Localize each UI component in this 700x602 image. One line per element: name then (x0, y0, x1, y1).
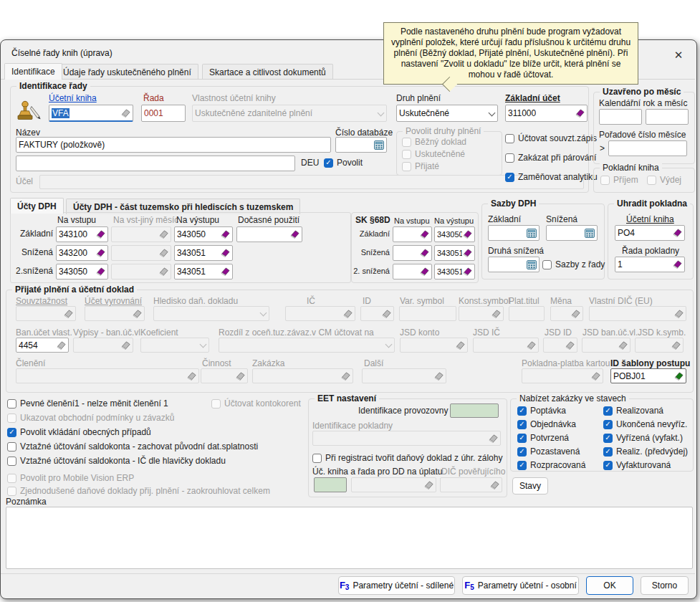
zamenovat-analytiku-checkbox[interactable]: Zaměňovat analytiku (505, 172, 598, 182)
eet-registrace-checkbox[interactable]: Při registraci tvořit daňový doklad z úh… (312, 453, 502, 463)
nazev2-field[interactable] (16, 156, 295, 171)
stav-rozpracovana-checkbox[interactable]: Rozpracovaná (517, 460, 585, 470)
book-picker-icon[interactable] (56, 341, 66, 350)
book-picker-icon[interactable] (419, 267, 429, 276)
book-picker-icon[interactable] (95, 267, 105, 276)
provozovna-field[interactable] (450, 403, 499, 418)
vydej-checkbox: Výdej (647, 175, 681, 185)
book-picker-icon[interactable] (419, 230, 429, 239)
book-picker-icon[interactable] (419, 249, 429, 257)
book-picker-icon[interactable] (220, 230, 230, 239)
stav-poptavka-checkbox[interactable]: Poptávka (517, 406, 566, 416)
book-picker-icon[interactable] (95, 230, 105, 239)
rada-field[interactable]: 0001 (141, 105, 186, 122)
parametry-sdilene-button[interactable]: F3 Parametry účetní - sdílené (338, 576, 455, 595)
book-picker-icon[interactable] (289, 230, 299, 239)
obecne-pripady-checkbox[interactable]: Povolit vkládání obecných případů (7, 427, 151, 437)
ok-button[interactable]: OK (586, 576, 633, 595)
id-label: ID (363, 297, 371, 306)
tab-ucty-dph[interactable]: Účty DPH (10, 198, 64, 214)
stav-vyrizena-checkbox[interactable]: Vyřízená (vyfakt.) (603, 433, 683, 443)
druh-plneni-dropdown[interactable]: Uskutečněné (396, 105, 498, 122)
dph-vstup-field[interactable]: 343050 (56, 264, 108, 280)
stavy-button[interactable]: Stavy (512, 477, 548, 494)
stav-ukoncena-checkbox[interactable]: Ukončená nevyříz. (603, 419, 687, 429)
ucetni-kniha-link[interactable]: Účetní kniha (49, 94, 97, 103)
eet-kniha-field[interactable] (314, 477, 347, 492)
sk-vstup-field[interactable] (393, 226, 432, 242)
stav-realizovana-checkbox[interactable]: Realizovaná (603, 406, 663, 416)
tab-skartace[interactable]: Skartace a citlivost dokumentů (202, 64, 333, 80)
chevron-down-icon (260, 310, 267, 317)
calculator-icon[interactable] (527, 260, 537, 269)
zakladni-ucet-field[interactable]: 311000 (505, 105, 588, 122)
stav-realiz-predvydej-checkbox[interactable]: Realiz. (předvýdej) (603, 446, 688, 457)
id-sablony-field[interactable]: POBJ01 (610, 368, 686, 383)
mena-label: Měna (550, 297, 572, 306)
sk-vstup-field[interactable] (393, 264, 432, 280)
book-picker-icon[interactable] (462, 230, 472, 239)
row-label: Základní (353, 229, 390, 239)
calculator-icon[interactable] (374, 140, 384, 150)
ucetni-kniha-field[interactable]: VFA (49, 105, 133, 122)
stav-potvrzena-checkbox[interactable]: Potvrzená (517, 433, 569, 443)
book-picker-icon[interactable] (120, 109, 130, 118)
calculator-icon[interactable] (585, 229, 595, 238)
poznamka-textarea[interactable] (6, 507, 693, 569)
book-picker-icon[interactable] (575, 109, 585, 118)
rok-field[interactable] (599, 109, 642, 125)
dalsi-label: Další (364, 359, 383, 368)
book-picker-icon[interactable] (672, 260, 682, 269)
stav-vyfakturovana-checkbox[interactable]: Vyfakturovaná (603, 460, 671, 470)
sazby-z-rady-checkbox[interactable]: Sazby z řady (542, 259, 605, 269)
poradove-field[interactable] (608, 140, 687, 156)
zakazat-parovani-checkbox[interactable]: Zakázat při párování (505, 153, 596, 163)
ic-field (285, 306, 355, 321)
book-picker-icon[interactable] (95, 249, 105, 257)
dph-vystup-field[interactable]: 343051 (174, 264, 233, 280)
book-picker-icon[interactable] (462, 249, 472, 257)
eet-kniha-rada-label: Úč. kniha a řada pro DD na úplatu (312, 467, 442, 477)
stav-objednavka-checkbox[interactable]: Objednávka (517, 419, 576, 429)
storno-button[interactable]: Storno (641, 576, 689, 595)
dph-docasne-field[interactable] (236, 226, 302, 242)
uctovat-souvzt-checkbox[interactable]: Účtovat souvzt.zápis (505, 133, 597, 143)
ban-ucet-field[interactable]: 4454 (16, 338, 69, 353)
parametry-osobni-button[interactable]: F5 Parametry účetní - osobní (462, 576, 579, 595)
sazba-zakladni-field[interactable] (488, 225, 540, 241)
tab-udaje-rady[interactable]: Údaje řady uskutečněného plnění (56, 64, 198, 80)
close-icon[interactable]: ✕ (668, 46, 689, 64)
dph-vstup-field[interactable]: 343200 (56, 245, 108, 261)
book-picker-icon[interactable] (462, 267, 472, 276)
dph-vstup-field[interactable]: 343100 (56, 226, 108, 242)
eet-pokladna-field (312, 431, 501, 446)
pevne-cleneni-checkbox[interactable]: Pevné členění1 - nelze měnit členění 1 (7, 398, 168, 408)
book-picker-icon[interactable] (220, 249, 230, 257)
uhradit-kniha-link[interactable]: Účetní kniha (626, 215, 674, 224)
saldokonto-ic-checkbox[interactable]: Vztažné účtování saldokonta - IČ dle hla… (7, 456, 226, 466)
sk-vystup-field[interactable]: 343051 (434, 245, 475, 261)
uhradit-kniha-field[interactable]: PO4 (615, 225, 685, 241)
calculator-icon[interactable] (527, 229, 537, 238)
book-picker-icon[interactable] (672, 229, 682, 237)
rada-pokladny-field[interactable]: 1 (615, 257, 685, 272)
tab-identifikace[interactable]: Identifikace (4, 63, 62, 80)
saldokonto-splatnost-checkbox[interactable]: Vztažné účtování saldokonta - zachovat p… (7, 441, 258, 452)
zakladni-ucet-link[interactable]: Základní účet (505, 94, 560, 103)
pokladna-karta-field (522, 368, 603, 383)
book-picker-icon[interactable] (220, 267, 230, 276)
sazba-druha-field[interactable] (488, 257, 540, 272)
sk-vystup-field[interactable]: 343051 (434, 264, 475, 280)
sk-vstup-field[interactable] (393, 245, 432, 261)
sk-vystup-field[interactable]: 343050 (434, 226, 475, 242)
stav-pozastavena-checkbox[interactable]: Pozastavená (517, 446, 580, 457)
book-picker-icon[interactable] (673, 372, 684, 381)
mesic-field[interactable] (646, 109, 689, 125)
cislo-databaze-field[interactable] (335, 137, 387, 153)
dph-vystup-field[interactable]: 343050 (174, 226, 233, 242)
povolit-checkbox[interactable]: Povolit (324, 158, 363, 168)
nazev-field[interactable]: FAKTURY (položkově) (16, 137, 331, 153)
kontokorent-checkbox: Účtovat kontokorent (211, 398, 301, 408)
sazba-snizena-field[interactable] (546, 225, 598, 241)
dph-vystup-field[interactable]: 343051 (174, 245, 233, 261)
